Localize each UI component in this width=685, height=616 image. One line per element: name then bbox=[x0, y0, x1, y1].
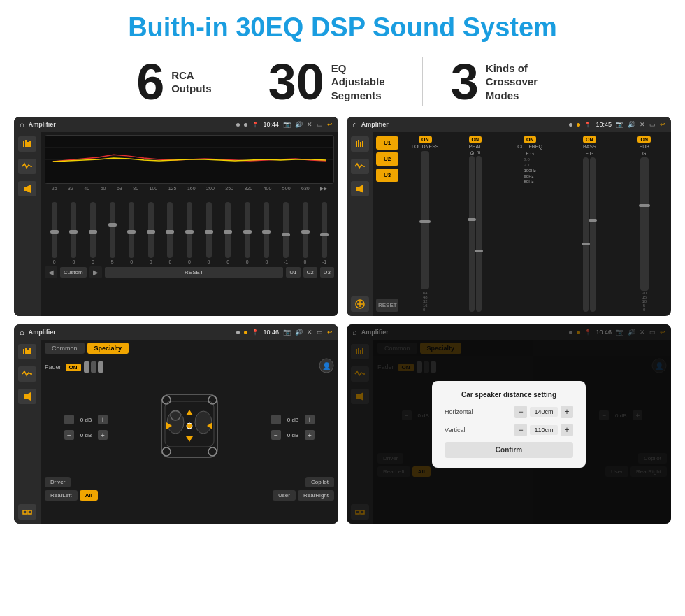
btn-user[interactable]: User bbox=[273, 490, 296, 501]
stat-text-rca: RCAOutputs bbox=[171, 69, 212, 96]
eq-custom[interactable]: Custom bbox=[60, 267, 87, 278]
bass-slider-f[interactable] bbox=[583, 157, 589, 312]
phat-on[interactable]: ON bbox=[469, 136, 482, 143]
fader-on-badge[interactable]: ON bbox=[66, 364, 81, 371]
slider-14[interactable]: 0 bbox=[303, 202, 308, 264]
fader-bottom-btns: Driver Copilot bbox=[45, 477, 334, 487]
back-icon-3[interactable]: ↩ bbox=[327, 329, 333, 336]
btn-rearleft[interactable]: RearLeft bbox=[45, 490, 78, 501]
sub-on[interactable]: ON bbox=[637, 136, 651, 143]
eq-u3[interactable]: U3 bbox=[320, 267, 334, 278]
eq-icon-3[interactable] bbox=[18, 344, 36, 359]
dialog-vertical-minus[interactable]: − bbox=[514, 424, 527, 436]
slider-6[interactable]: 0 bbox=[148, 202, 154, 264]
speaker-icon-2[interactable] bbox=[351, 181, 369, 196]
screen3-topbar: ⌂ Amplifier 📍 10:46 📷 🔊 ✕ ▭ ↩ bbox=[14, 324, 338, 340]
volume-icon-3: 🔊 bbox=[295, 329, 303, 336]
btn-all[interactable]: All bbox=[80, 490, 98, 501]
home-icon[interactable]: ⌂ bbox=[20, 120, 24, 129]
db-minus-fr[interactable]: − bbox=[271, 415, 281, 424]
slider-3[interactable]: 0 bbox=[90, 202, 96, 264]
bass-f: F bbox=[585, 151, 588, 156]
wave-icon-2[interactable] bbox=[351, 159, 369, 174]
slider-2[interactable]: 0 bbox=[71, 202, 76, 264]
svg-point-42 bbox=[208, 447, 217, 456]
tab-specialty[interactable]: Specialty bbox=[87, 343, 129, 354]
eq-reset[interactable]: RESET bbox=[105, 267, 284, 278]
slider-15[interactable]: -1 bbox=[322, 202, 327, 264]
settings-circle[interactable]: 👤 bbox=[319, 358, 334, 376]
preset-u3[interactable]: U3 bbox=[376, 169, 398, 182]
slider-7[interactable]: 0 bbox=[167, 202, 173, 264]
db-minus-rl[interactable]: − bbox=[64, 430, 74, 440]
eq-graph bbox=[45, 135, 334, 184]
close-icon-3[interactable]: ✕ bbox=[307, 329, 312, 336]
preset-u2[interactable]: U2 bbox=[376, 152, 398, 166]
svg-rect-14 bbox=[356, 187, 359, 191]
slider-8[interactable]: 0 bbox=[187, 202, 192, 264]
dialog-confirm-button[interactable]: Confirm bbox=[445, 442, 573, 458]
back-icon[interactable]: ↩ bbox=[327, 121, 333, 128]
eq-u2[interactable]: U2 bbox=[303, 267, 317, 278]
window-icon-3[interactable]: ▭ bbox=[317, 329, 323, 336]
slider-13[interactable]: -1 bbox=[283, 202, 289, 264]
wave-icon[interactable] bbox=[18, 159, 36, 174]
loudness-slider[interactable] bbox=[421, 151, 429, 289]
db-plus-fl[interactable]: + bbox=[98, 415, 108, 424]
eq-u1[interactable]: U1 bbox=[286, 267, 300, 278]
btn-rearright[interactable]: RearRight bbox=[298, 490, 334, 501]
loudness-on[interactable]: ON bbox=[419, 136, 432, 143]
eq-prev[interactable]: ◀ bbox=[45, 266, 57, 278]
db-plus-fr[interactable]: + bbox=[305, 415, 315, 424]
dialog-horizontal-plus[interactable]: + bbox=[561, 406, 573, 418]
status-dot-1 bbox=[236, 123, 240, 127]
wave-icon-3[interactable] bbox=[18, 366, 36, 382]
db-minus-rr[interactable]: − bbox=[271, 430, 281, 440]
window-icon-2[interactable]: ▭ bbox=[649, 121, 656, 128]
phat-slider-f[interactable] bbox=[476, 156, 482, 312]
db-plus-rr[interactable]: + bbox=[305, 430, 315, 440]
svg-marker-15 bbox=[359, 185, 363, 193]
bass-on[interactable]: ON bbox=[583, 136, 596, 143]
fader-row: Fader ON 👤 bbox=[45, 358, 334, 376]
eq-next[interactable]: ▶ bbox=[89, 266, 102, 278]
db-minus-fl[interactable]: − bbox=[64, 415, 74, 424]
tab-common[interactable]: Common bbox=[45, 343, 85, 354]
slider-5[interactable]: 0 bbox=[129, 202, 134, 264]
db-control-fr: − 0 dB + bbox=[271, 415, 315, 424]
btn-driver[interactable]: Driver bbox=[45, 477, 71, 487]
speaker-icon[interactable] bbox=[18, 181, 36, 196]
sub-slider[interactable] bbox=[640, 157, 649, 291]
stat-number-eq: 30 bbox=[268, 57, 324, 107]
cutfreq-on[interactable]: ON bbox=[524, 136, 537, 143]
window-icon[interactable]: ▭ bbox=[317, 121, 323, 128]
close-icon-2[interactable]: ✕ bbox=[640, 121, 645, 128]
db-plus-rl[interactable]: + bbox=[98, 430, 108, 440]
amp-layout: U1 U2 U3 RESET ON LOUDNESS bbox=[373, 132, 671, 316]
home-icon-2[interactable]: ⌂ bbox=[352, 120, 357, 129]
amp-reset[interactable]: RESET bbox=[376, 299, 398, 312]
slider-9[interactable]: 0 bbox=[206, 202, 212, 264]
volume-ctrl-icon[interactable] bbox=[351, 296, 369, 312]
slider-1[interactable]: 0 bbox=[52, 202, 57, 264]
phat-slider-g[interactable] bbox=[469, 156, 475, 312]
eq-icon[interactable] bbox=[18, 136, 36, 152]
dialog-vertical-label: Vertical bbox=[445, 427, 483, 434]
speaker-icon-3[interactable] bbox=[18, 389, 36, 404]
close-icon[interactable]: ✕ bbox=[307, 121, 312, 128]
preset-u1[interactable]: U1 bbox=[376, 136, 398, 150]
back-icon-2[interactable]: ↩ bbox=[660, 121, 665, 128]
screen1-sidebar bbox=[14, 132, 41, 316]
eq-icon-2[interactable] bbox=[351, 136, 369, 152]
dialog-horizontal-minus[interactable]: − bbox=[514, 406, 527, 418]
slider-10[interactable]: 0 bbox=[225, 202, 231, 264]
home-icon-3[interactable]: ⌂ bbox=[20, 328, 24, 336]
slider-12[interactable]: 0 bbox=[264, 202, 269, 264]
dialog-vertical-plus[interactable]: + bbox=[561, 424, 573, 436]
expand-icon[interactable] bbox=[18, 504, 36, 520]
btn-copilot[interactable]: Copilot bbox=[305, 477, 334, 487]
bass-slider-g[interactable] bbox=[590, 157, 596, 312]
slider-4[interactable]: 5 bbox=[110, 202, 115, 264]
slider-11[interactable]: 0 bbox=[245, 202, 250, 264]
db-value-fl: 0 dB bbox=[76, 417, 96, 423]
